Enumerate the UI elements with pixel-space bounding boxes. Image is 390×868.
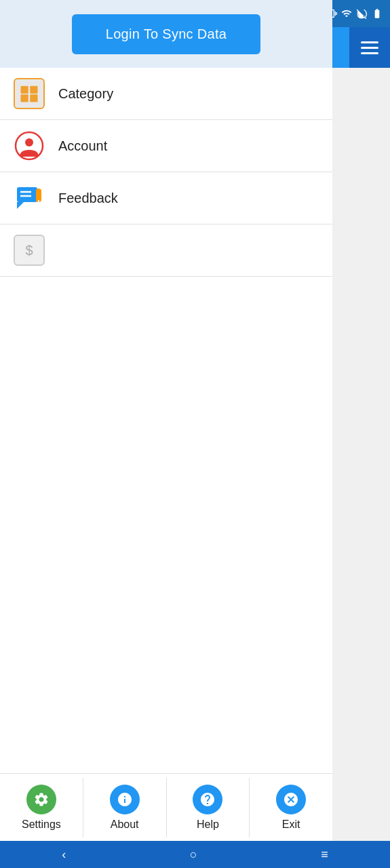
bottom-nav-about[interactable]: About <box>83 778 167 837</box>
svg-rect-6 <box>17 187 37 202</box>
svg-text:!: ! <box>37 199 40 208</box>
about-label: About <box>111 818 139 831</box>
menu-bar-1 <box>361 41 378 43</box>
status-icon-signal <box>356 8 367 19</box>
about-icon <box>110 785 140 814</box>
home-button[interactable]: ○ <box>190 848 197 862</box>
status-icon-battery <box>371 8 383 19</box>
menu-item-feedback[interactable]: ! Feedback <box>0 172 332 224</box>
dollar-icon: $ <box>14 235 45 266</box>
svg-point-5 <box>25 138 33 146</box>
login-sync-button[interactable]: Login To Sync Data <box>72 14 260 54</box>
status-bar-right <box>326 8 383 19</box>
svg-text:$: $ <box>25 243 33 258</box>
category-icon <box>14 78 45 109</box>
help-label: Help <box>197 818 219 831</box>
menu-list: Category Account <box>0 68 332 773</box>
recents-button[interactable]: ≡ <box>321 848 328 862</box>
menu-button[interactable] <box>349 27 390 68</box>
exit-label: Exit <box>282 818 300 831</box>
bottom-nav-help[interactable]: Help <box>167 778 250 837</box>
svg-rect-2 <box>21 94 28 102</box>
svg-rect-1 <box>30 86 37 94</box>
exit-icon <box>276 785 306 814</box>
back-button[interactable]: ‹ <box>62 848 66 862</box>
feedback-icon: ! <box>14 182 45 214</box>
menu-item-account[interactable]: Account <box>0 120 332 172</box>
category-label: Category <box>58 86 113 102</box>
status-icon-wifi <box>341 8 352 19</box>
svg-rect-3 <box>30 94 37 102</box>
account-label: Account <box>58 138 107 154</box>
drawer-header: Login To Sync Data <box>0 0 332 68</box>
menu-item-dollar[interactable]: $ <box>0 224 332 277</box>
feedback-label: Feedback <box>58 191 118 206</box>
account-icon <box>14 130 45 161</box>
system-nav-bar: ‹ ○ ≡ <box>0 841 390 868</box>
settings-label: Settings <box>22 818 61 831</box>
bottom-nav-exit[interactable]: Exit <box>250 778 332 837</box>
menu-bar-2 <box>361 47 378 49</box>
navigation-drawer: Login To Sync Data Category <box>0 0 332 841</box>
help-icon <box>193 785 222 814</box>
settings-icon <box>26 785 56 814</box>
bottom-nav: Settings About Help <box>0 773 332 841</box>
menu-item-category[interactable]: Category <box>0 68 332 120</box>
svg-rect-0 <box>21 86 28 94</box>
menu-bar-3 <box>361 52 378 54</box>
svg-marker-7 <box>17 202 24 209</box>
bottom-nav-settings[interactable]: Settings <box>0 778 83 837</box>
